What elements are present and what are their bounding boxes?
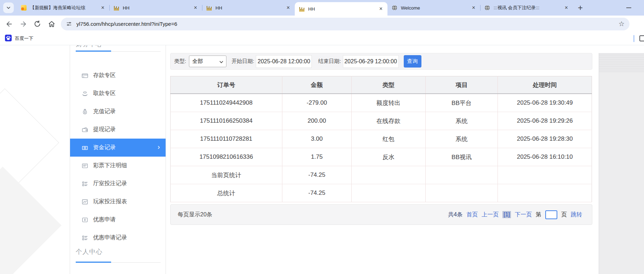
tab-title: HH [123,5,190,11]
fund-records-table: 订单号 金额 类型 项目 处理时间 1751110249442908 -279.… [170,76,592,202]
pagination-bar: 每页显示20条 共4条 首页 上一页 [1] 下一页 第 页 跳转 [170,204,592,225]
type-label: 类型: [174,58,186,65]
page-suffix-text: 页 [561,211,567,218]
sidebar-item-label: 优惠申请记录 [93,234,127,241]
sidebar-item-label: 充值记录 [93,108,116,115]
tab-hh-2[interactable]: HH × [202,0,295,16]
sidebar-item-player-bet-report[interactable]: 玩家投注报表 [70,193,166,211]
new-tab-button[interactable]: + [578,4,583,12]
table-row-grand-total: 总统计 -74.25 [171,184,592,202]
table-row: 1751110249442908 -279.00 额度转出 BB平台 2025-… [171,94,592,112]
cell-order-no: 1751110166250384 [171,112,282,130]
cell-project: BB视讯 [425,148,498,166]
tab-title: :::视讯 会员下注纪录::: [494,5,561,11]
cell-order-no: 1751110249442908 [171,94,282,112]
sidebar-item-label: 彩票下注明细 [93,162,127,169]
type-select-value: 全部 [192,58,203,65]
close-icon[interactable]: × [100,4,106,11]
cell-type: 红包 [352,130,425,148]
personal-section-underline [76,262,161,263]
type-select[interactable]: 全部 [189,56,226,67]
cell-type: 额度转出 [352,94,425,112]
cell-type: 在线存款 [352,112,425,130]
sidebar-item-deposit-zone[interactable]: 存款专区 [70,66,166,84]
tab-welcome[interactable]: Welcome × [387,0,480,16]
forward-icon [19,20,27,28]
cell-project: 系统 [425,130,498,148]
sidebar-item-recharge-records[interactable]: 充值记录 [70,103,166,121]
globe-icon [484,5,490,11]
window-minimize-button[interactable] [626,7,631,8]
close-icon[interactable]: × [378,5,384,12]
first-page-link[interactable]: 首页 [466,211,478,218]
close-icon[interactable]: × [471,4,477,11]
sidebar-item-withdraw-records[interactable]: 提现记录 [70,121,166,139]
query-button[interactable]: 查询 [404,55,421,68]
tab-hh-1[interactable]: HH × [109,0,202,16]
bookmarks-divider [633,35,634,42]
total-count-text: 共4条 [448,211,462,218]
sidebar-item-messages[interactable]: 消息公告 [70,269,166,274]
site-settings-icon [66,21,72,27]
sidebar-item-promo-apply[interactable]: 优惠申请 [70,211,166,229]
tab-title: 【新提醒】海燕策略论坛综 [30,5,98,11]
cell-order-no: 1751110110728281 [171,130,282,148]
page-prefix-text: 第 [536,211,541,218]
cell-process-time: 2025-06-28 16:10:10 [498,148,592,166]
cell-project: BB平台 [425,94,498,112]
page-jump-input[interactable] [545,210,557,219]
next-page-link[interactable]: 下一页 [515,211,532,218]
sidebar-item-withdraw-zone[interactable]: 取款专区 [70,84,166,103]
close-icon[interactable]: × [285,4,291,11]
tab-search-button[interactable] [3,2,14,13]
cell-amount: 3.00 [282,130,352,148]
sidebar-item-label: 玩家投注报表 [93,198,127,205]
tab-video-records[interactable]: :::视讯 会员下注纪录::: × [480,0,573,16]
finance-section-underline [76,51,161,52]
wallet-icon [82,127,88,133]
forward-button[interactable] [18,19,28,29]
table-row: 1751110110728281 3.00 红包 系统 2025-06-28 1… [171,130,592,148]
prev-page-link[interactable]: 上一页 [482,211,499,218]
table-header-row: 订单号 金额 类型 项目 处理时间 [171,76,592,94]
bookmark-star-icon[interactable]: ☆ [619,21,625,27]
hand-coins-icon [82,91,88,97]
reload-button[interactable] [33,19,42,29]
cell-label: 总统计 [171,184,282,202]
table-row: 1751098210616336 1.75 反水 BB视讯 2025-06-28… [171,148,592,166]
bookmark-baidu[interactable]: 百度一下 [15,35,33,42]
sidebar-item-promo-apply-records[interactable]: 优惠申请记录 [70,229,166,247]
tab-forum[interactable]: 【新提醒】海燕策略论坛综 × [17,0,109,16]
reload-icon [34,20,41,28]
lottery-list-icon [82,163,88,169]
home-icon [48,20,56,28]
deposit-card-icon [82,72,88,79]
end-date-input[interactable] [343,55,399,68]
close-icon[interactable]: × [563,4,569,11]
table-row-page-total: 当前页统计 -74.25 [171,166,592,184]
tab-hh-active[interactable]: HH × [295,2,387,16]
address-bar[interactable]: yl756.com/hhcp/usercenter.html?iniType=6… [61,18,629,30]
home-button[interactable] [47,19,56,29]
column-header-process-time: 处理时间 [498,76,592,94]
close-icon[interactable]: × [192,4,199,11]
tab-title: HH [215,5,283,11]
table-row: 1751110166250384 200.00 在线存款 系统 2025-06-… [171,112,592,130]
sidebar-item-fund-records[interactable]: 资金记录 › [70,139,166,157]
url-text[interactable]: yl756.com/hhcp/usercenter.html?iniType=6 [76,21,177,27]
forum-icon [21,5,27,11]
side-panel-icon[interactable] [639,35,644,41]
banknotes-icon [82,145,88,151]
sidebar-item-room-bet-records[interactable]: 厅室投注记录 [70,175,166,193]
sidebar-item-lottery-bet-detail[interactable]: 彩票下注明细 [70,157,166,175]
start-date-input[interactable] [256,55,312,68]
tab-title: HH [308,6,376,12]
cell-amount: -279.00 [282,94,352,112]
background-window-area [599,53,644,274]
cell-type: 反水 [352,148,425,166]
back-button[interactable] [4,19,14,29]
jump-link[interactable]: 跳转 [571,211,582,218]
personal-section-title: 个人中心 [76,247,103,256]
back-icon [5,20,13,28]
room-list-icon [82,181,88,187]
